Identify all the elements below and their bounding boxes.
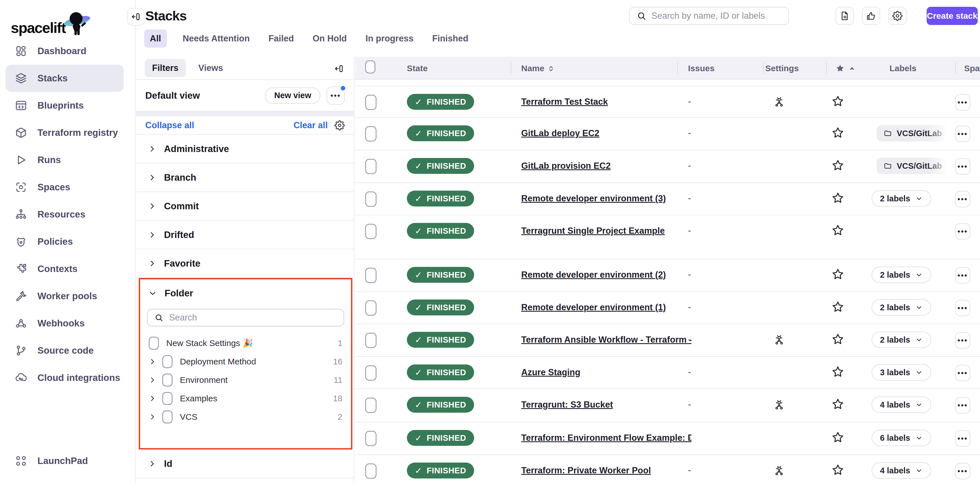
new-view-button[interactable]: New view (265, 87, 320, 104)
stack-name-link[interactable]: GitLab deploy EC2 (521, 128, 600, 138)
row-checkbox[interactable] (365, 191, 377, 207)
sidebar-item-terraform-registry[interactable]: Terraform registry (0, 119, 135, 146)
clear-all-link[interactable]: Clear all (293, 120, 328, 130)
stack-name-link[interactable]: Terragrunt: S3 Bucket (521, 400, 613, 410)
row-checkbox[interactable] (365, 365, 377, 381)
favorite-star-button[interactable] (831, 431, 845, 444)
tab-on-hold[interactable]: On Hold (310, 30, 350, 48)
row-actions-button[interactable]: ••• (955, 158, 970, 175)
sidebar-item-dashboard[interactable]: Dashboard (0, 37, 135, 65)
row-checkbox[interactable] (365, 464, 377, 479)
column-state[interactable]: State (407, 64, 428, 73)
sidebar-item-stacks[interactable]: Stacks (6, 65, 124, 92)
favorite-star-button[interactable] (831, 191, 845, 205)
sidebar-item-webhooks[interactable]: Webhooks (0, 310, 135, 337)
row-checkbox[interactable] (365, 431, 377, 446)
row-actions-button[interactable]: ••• (955, 397, 970, 413)
row-checkbox[interactable] (365, 398, 377, 413)
column-settings[interactable]: Settings (765, 64, 799, 73)
sidebar-item-resources[interactable]: Resources (0, 201, 135, 228)
tab-all[interactable]: All (144, 30, 167, 48)
checkbox[interactable] (149, 337, 159, 350)
label-chip-folder[interactable]: VCS/GitLab (877, 158, 949, 174)
column-space[interactable]: Spac (964, 64, 980, 73)
labels-dropdown-chip[interactable]: 2 labels (872, 332, 931, 348)
filter-section-branch[interactable]: Branch (136, 164, 354, 192)
stack-name-link[interactable]: Remote developer environment (3) (521, 194, 666, 203)
sidebar-item-runs[interactable]: Runs (0, 146, 135, 173)
favorite-star-button[interactable] (831, 159, 845, 172)
tab-filters[interactable]: Filters (145, 59, 186, 77)
folder-search-input[interactable] (169, 313, 337, 323)
row-actions-button[interactable]: ••• (955, 94, 970, 111)
create-stack-button[interactable]: Create stack (927, 7, 978, 25)
row-actions-button[interactable]: ••• (955, 267, 970, 284)
chevron-right-icon[interactable] (149, 413, 156, 421)
stack-name-link[interactable]: Terraform: Private Worker Pool (521, 466, 651, 476)
favorite-star-button[interactable] (831, 463, 845, 477)
labels-dropdown-chip[interactable]: 2 labels (872, 267, 931, 283)
label-chip-folder[interactable]: VCS/GitLab (877, 125, 949, 141)
folder-search[interactable] (147, 309, 344, 326)
row-actions-button[interactable]: ••• (955, 191, 970, 207)
checkbox[interactable] (162, 373, 172, 386)
filter-section-favorite[interactable]: Favorite (136, 249, 354, 278)
collapse-all-link[interactable]: Collapse all (145, 120, 194, 130)
row-actions-button[interactable]: ••• (955, 223, 970, 240)
column-name[interactable]: Name (521, 64, 555, 73)
favorite-star-button[interactable] (831, 267, 845, 281)
tab-in-progress[interactable]: In progress (363, 30, 416, 48)
filter-section-drifted[interactable]: Drifted (136, 221, 354, 249)
row-checkbox[interactable] (365, 95, 377, 110)
docs-button[interactable] (835, 7, 854, 25)
row-actions-button[interactable]: ••• (955, 365, 970, 381)
sidebar-item-cloud-integrations[interactable]: Cloud integrations (0, 364, 135, 391)
checkbox[interactable] (162, 355, 172, 368)
sidebar-item-contexts[interactable]: Contexts (0, 255, 135, 283)
sidebar-collapse-button[interactable] (127, 8, 145, 25)
global-search[interactable] (629, 7, 789, 25)
search-input[interactable] (651, 11, 781, 21)
settings-button[interactable] (888, 7, 907, 25)
row-actions-button[interactable]: ••• (955, 126, 970, 142)
sidebar-item-source-code[interactable]: Source code (0, 337, 135, 364)
sidebar-item-spaces[interactable]: Spaces (0, 173, 135, 201)
chevron-right-icon[interactable] (149, 377, 156, 384)
row-actions-button[interactable]: ••• (955, 332, 970, 349)
column-favorite[interactable] (835, 64, 857, 73)
row-actions-button[interactable]: ••• (955, 430, 970, 447)
row-checkbox[interactable] (365, 126, 377, 141)
sidebar-item-launchpad[interactable]: LaunchPad (0, 447, 135, 475)
feedback-button[interactable] (862, 7, 880, 25)
row-actions-button[interactable]: ••• (955, 463, 970, 479)
stack-name-link[interactable]: Terraform: Environment Flow Example: Dev… (521, 433, 692, 443)
stack-name-link[interactable]: Azure Staging (521, 367, 580, 378)
labels-dropdown-chip[interactable]: 3 labels (872, 364, 931, 381)
tab-needs-attention[interactable]: Needs Attention (180, 30, 253, 48)
row-checkbox[interactable] (365, 159, 377, 174)
filter-section-commit[interactable]: Commit (136, 192, 354, 221)
tab-failed[interactable]: Failed (266, 30, 297, 48)
favorite-star-button[interactable] (831, 224, 845, 237)
chevron-right-icon[interactable] (149, 358, 156, 365)
chevron-right-icon[interactable] (149, 395, 156, 402)
tab-finished[interactable]: Finished (429, 30, 471, 48)
labels-dropdown-chip[interactable]: 4 labels (872, 462, 931, 479)
row-checkbox[interactable] (365, 300, 377, 316)
favorite-star-button[interactable] (831, 94, 845, 108)
row-checkbox[interactable] (365, 333, 377, 348)
stack-name-link[interactable]: GitLab provision EC2 (521, 161, 611, 171)
tab-views[interactable]: Views (198, 63, 223, 73)
stack-name-link[interactable]: Terraform Ansible Workflow - Terraform -… (521, 335, 692, 345)
stack-name-link[interactable]: Remote developer environment (2) (521, 270, 666, 280)
labels-dropdown-chip[interactable]: 6 labels (872, 430, 931, 446)
column-issues[interactable]: Issues (688, 64, 714, 73)
filter-settings-gear-icon[interactable] (334, 120, 345, 130)
sidebar-item-worker-pools[interactable]: Worker pools (0, 283, 135, 310)
stack-name-link[interactable]: Remote developer environment (1) (521, 302, 666, 313)
favorite-star-button[interactable] (831, 332, 845, 346)
sidebar-item-blueprints[interactable]: Blueprints (0, 92, 135, 119)
favorite-star-button[interactable] (831, 126, 845, 140)
favorite-star-button[interactable] (831, 365, 845, 379)
filter-section-id[interactable]: Id (136, 450, 354, 478)
